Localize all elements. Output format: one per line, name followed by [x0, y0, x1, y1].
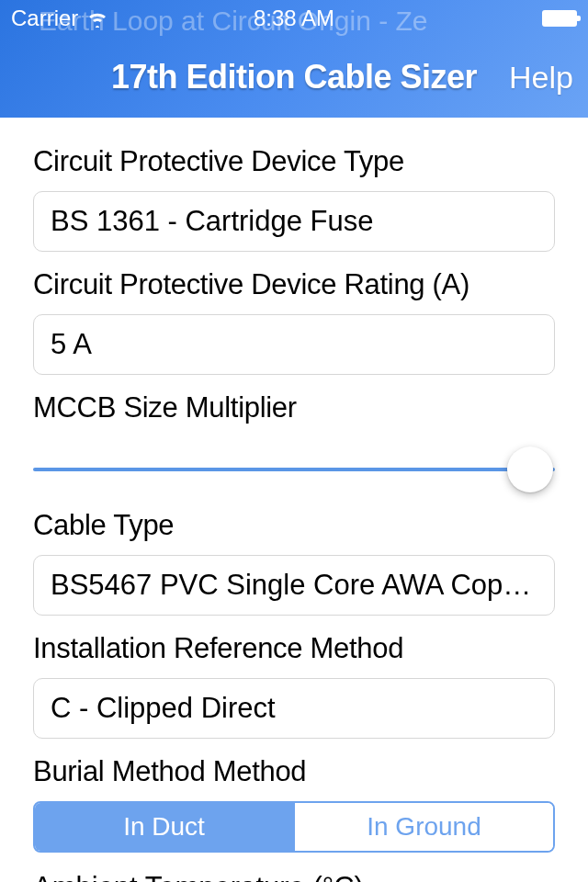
- form-content: Circuit Protective Device Type BS 1361 -…: [0, 118, 588, 882]
- status-right: [542, 10, 577, 27]
- burial-method-label: Burial Method Method: [33, 755, 555, 788]
- install-ref-select[interactable]: C - Clipped Direct: [33, 678, 555, 739]
- slider-thumb[interactable]: [507, 447, 553, 492]
- mccb-slider[interactable]: [33, 447, 555, 492]
- protective-device-rating-select[interactable]: 5 A: [33, 314, 555, 375]
- cable-type-select[interactable]: BS5467 PVC Single Core AWA Copper...: [33, 555, 555, 616]
- app-header: Carrier 8:38 AM Earth Loop at Circuit Or…: [0, 0, 588, 118]
- nav-bar: 17th Edition Cable Sizer Help: [0, 37, 588, 118]
- burial-segmented-control: In Duct In Ground: [33, 801, 555, 853]
- protective-device-type-select[interactable]: BS 1361 - Cartridge Fuse: [33, 191, 555, 252]
- burial-option-duct[interactable]: In Duct: [35, 803, 293, 851]
- ambient-temp-label: Ambient Temperature (°C): [33, 871, 555, 882]
- mccb-multiplier-label: MCCB Size Multiplier: [33, 391, 555, 424]
- background-title: Earth Loop at Circuit Origin - Ze: [39, 6, 428, 37]
- install-ref-label: Installation Reference Method: [33, 632, 555, 665]
- slider-track: [33, 468, 555, 471]
- protective-device-rating-label: Circuit Protective Device Rating (A): [33, 268, 555, 301]
- app-title: 17th Edition Cable Sizer: [0, 58, 588, 96]
- burial-option-ground[interactable]: In Ground: [293, 803, 553, 851]
- protective-device-type-label: Circuit Protective Device Type: [33, 145, 555, 178]
- help-button[interactable]: Help: [509, 60, 573, 96]
- battery-icon: [542, 10, 577, 27]
- cable-type-label: Cable Type: [33, 509, 555, 542]
